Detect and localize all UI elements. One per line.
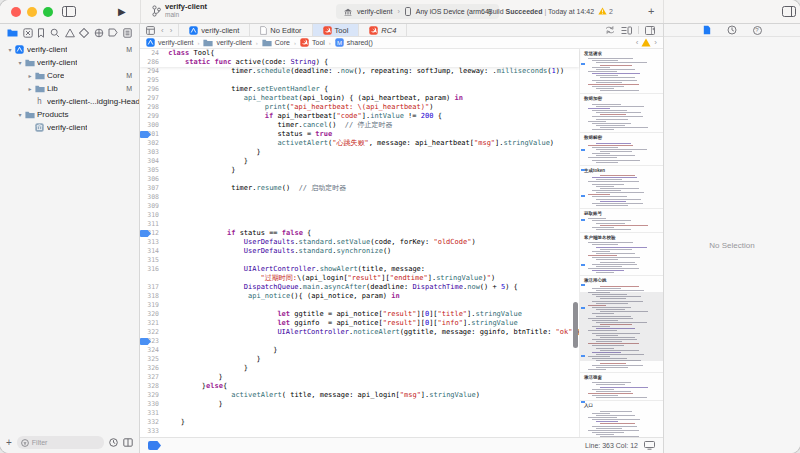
code-line[interactable]: 296timer.setEventHandler { <box>140 85 579 94</box>
disclosure-triangle[interactable]: ▾ <box>16 111 24 118</box>
scheme-selector[interactable]: verify-client › Any iOS Device (arm64) <box>336 4 499 19</box>
breakpoints-toggle-icon[interactable] <box>148 441 161 450</box>
line-number[interactable] <box>140 274 164 283</box>
line-number[interactable]: 24 <box>140 49 164 58</box>
code-line[interactable]: 313UserDefaults.standard.setValue(code, … <box>140 238 579 247</box>
warning-count-badge[interactable]: 2 <box>598 7 613 15</box>
tab-verify-client[interactable]: verify-client <box>178 24 250 36</box>
test-navigator-icon[interactable] <box>79 28 89 38</box>
code-line[interactable]: 328}else{ <box>140 382 579 391</box>
code-line[interactable]: 300timer.cancel() // 停止定时器 <box>140 121 579 130</box>
code-line[interactable]: 303} <box>140 148 579 157</box>
breakpoint-marker[interactable] <box>140 131 151 138</box>
code-line[interactable]: 318api_notice(){ (api_notice, param) in <box>140 292 579 301</box>
issue-navigator-icon[interactable] <box>65 28 75 38</box>
history-inspector-icon[interactable] <box>727 25 737 35</box>
line-number[interactable]: 331 <box>140 409 164 418</box>
tree-item-verify-client[interactable]: ▾verify-clientM <box>0 43 139 56</box>
breakpoint-marker[interactable] <box>140 338 151 345</box>
minimap[interactable]: 发送请求数据加密数据解密生成token获取账号客户端签名校验激活用心跳激活弹窗入… <box>579 49 663 437</box>
line-number[interactable]: 332 <box>140 418 164 427</box>
code-line[interactable]: 24class Tool{ <box>140 49 579 58</box>
tree-item-verify-client[interactable]: verify-client <box>0 121 139 134</box>
line-number[interactable]: 313 <box>140 238 164 247</box>
tab-tool[interactable]: Tool <box>313 24 360 36</box>
line-number[interactable]: 303 <box>140 148 164 157</box>
breadcrumb-item-tool[interactable]: Tool <box>300 38 325 47</box>
next-issue-icon[interactable]: › <box>654 38 657 47</box>
code-line[interactable]: 324} <box>140 346 579 355</box>
add-editor-icon[interactable] <box>645 26 655 35</box>
code-line[interactable]: 299if api_heartbeat["code"].intValue != … <box>140 112 579 121</box>
project-navigator-icon[interactable] <box>7 28 18 38</box>
breadcrumb-item-verify-client[interactable]: verify-client <box>146 38 193 47</box>
code-line[interactable]: 315 <box>140 256 579 265</box>
code-line[interactable]: 295 <box>140 76 579 85</box>
source-control-navigator-icon[interactable] <box>23 28 33 38</box>
related-items-icon[interactable] <box>146 26 155 35</box>
line-number[interactable]: 300 <box>140 121 164 130</box>
code-line[interactable]: 298print("api_heartbeat: \(api_heartbeat… <box>140 103 579 112</box>
line-number[interactable]: 317 <box>140 283 164 292</box>
code-line[interactable]: 301status = true <box>140 130 579 139</box>
code-review-icon[interactable] <box>605 26 615 34</box>
disclosure-triangle[interactable]: ▸ <box>26 72 34 79</box>
line-number[interactable]: 296 <box>140 85 164 94</box>
breakpoint-marker[interactable] <box>140 230 151 237</box>
source-code-area[interactable]: 24class Tool{286static func active(code:… <box>140 49 663 437</box>
tree-item-verify-client-idging-header[interactable]: hverify-client-...idging-Header <box>0 95 139 108</box>
line-number[interactable]: 319 <box>140 301 164 310</box>
close-window-button[interactable] <box>11 7 21 17</box>
code-line[interactable]: 322UIAlertController.noticeAlert(ggtitle… <box>140 328 579 337</box>
line-number[interactable]: 333 <box>140 427 164 436</box>
quick-help-inspector-icon[interactable]: ? <box>753 26 762 35</box>
line-number[interactable]: 329 <box>140 391 164 400</box>
code-line[interactable]: 306 <box>140 175 579 184</box>
line-number[interactable]: 301 <box>140 130 164 139</box>
code-line[interactable]: 325} <box>140 355 579 364</box>
run-button[interactable]: ▶ <box>118 6 126 17</box>
code-line[interactable]: 321let gginfo = api_notice["result"][0][… <box>140 319 579 328</box>
line-number[interactable]: 314 <box>140 247 164 256</box>
library-add-icon[interactable]: + <box>648 5 654 17</box>
zoom-window-button[interactable] <box>43 7 53 17</box>
code-line[interactable]: 310 <box>140 211 579 220</box>
code-line[interactable]: 304} <box>140 157 579 166</box>
disclosure-triangle[interactable]: ▸ <box>26 85 34 92</box>
line-number[interactable]: 299 <box>140 112 164 121</box>
issue-warning-icon[interactable] <box>641 38 651 47</box>
find-navigator-icon[interactable] <box>50 28 60 38</box>
editor-options-icon[interactable] <box>621 26 632 35</box>
code-line[interactable]: 332} <box>140 418 579 427</box>
scrollbar-thumb[interactable] <box>573 302 578 348</box>
minimize-window-button[interactable] <box>27 7 37 17</box>
code-line[interactable]: 305} <box>140 166 579 175</box>
line-number[interactable]: 297 <box>140 94 164 103</box>
report-navigator-icon[interactable] <box>123 28 132 38</box>
code-line[interactable]: 286static func active(code: String) { <box>140 58 579 67</box>
code-line[interactable]: 331 <box>140 409 579 418</box>
code-line[interactable]: 326} <box>140 364 579 373</box>
breadcrumb-item-verify-client[interactable]: verify-client <box>203 39 251 47</box>
code-line[interactable]: 330} <box>140 400 579 409</box>
line-number[interactable]: 304 <box>140 157 164 166</box>
line-number[interactable]: 307 <box>140 184 164 193</box>
line-number[interactable]: 306 <box>140 175 164 184</box>
code-line[interactable]: 323 <box>140 337 579 346</box>
code-line[interactable]: 327} <box>140 373 579 382</box>
line-number[interactable]: 322 <box>140 328 164 337</box>
code-line[interactable]: 317DispatchQueue.main.asyncAfter(deadlin… <box>140 283 579 292</box>
line-number[interactable]: 286 <box>140 58 164 67</box>
tree-item-verify-client[interactable]: ▾verify-client <box>0 56 139 69</box>
tree-item-lib[interactable]: ▸LibM <box>0 82 139 95</box>
line-number[interactable]: 310 <box>140 211 164 220</box>
add-item-icon[interactable]: + <box>6 437 12 448</box>
go-back-icon[interactable]: ‹ <box>161 26 164 35</box>
code-line[interactable]: 314UserDefaults.standard.synchronize() <box>140 247 579 256</box>
code-line[interactable]: 320let ggtitle = api_notice["result"][0]… <box>140 310 579 319</box>
line-number[interactable]: 321 <box>140 319 164 328</box>
recent-files-icon[interactable] <box>109 438 118 447</box>
line-number[interactable]: 311 <box>140 220 164 229</box>
line-number[interactable]: 323 <box>140 337 164 346</box>
code-line[interactable]: "过期时间:\(api_login["result"]["endtime"].s… <box>140 274 579 283</box>
